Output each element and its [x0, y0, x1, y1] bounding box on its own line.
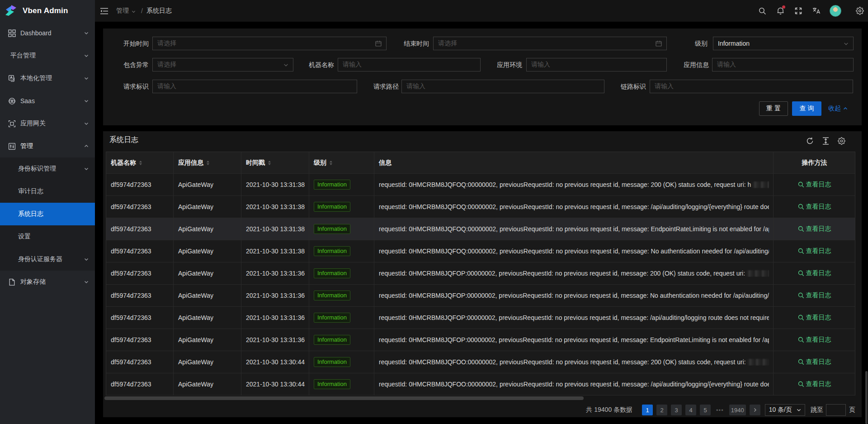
page-button-4[interactable]: 4: [685, 405, 696, 415]
table-row[interactable]: df5974d72363 ApiGateWay 2021-10-30 13:30…: [106, 373, 855, 395]
gateway-icon: [8, 120, 16, 128]
refresh-icon[interactable]: [806, 137, 814, 145]
view-log-link[interactable]: 查看日志: [774, 240, 855, 262]
log-table: 机器名称 应用信息 时间戳 级别 信息 操作方法 df5974d72363 Ap…: [106, 152, 855, 395]
placeholder-text: 请选择: [438, 39, 457, 48]
reset-button[interactable]: 重 置: [759, 101, 788, 116]
page-ellipsis[interactable]: •••: [714, 405, 726, 415]
notification-bell-icon[interactable]: [771, 0, 789, 22]
cell-level: Information: [309, 329, 374, 351]
collapse-link[interactable]: 收起: [828, 101, 848, 116]
table-panel: 系统日志 机器名称 应用信息 时间戳 级别 信息 操作方法 df5974d723…: [103, 131, 862, 417]
sort-icon[interactable]: [330, 161, 332, 165]
cell-message: requestId: 0HMCRBM8JQFOP:00000002, previ…: [374, 262, 774, 284]
breadcrumb-parent[interactable]: 管理: [116, 7, 129, 15]
trace-id-input[interactable]: 请输入: [650, 80, 853, 93]
table-row[interactable]: df5974d72363 ApiGateWay 2021-10-30 13:31…: [106, 262, 855, 285]
table-row[interactable]: df5974d72363 ApiGateWay 2021-10-30 13:31…: [106, 218, 855, 240]
cell-message: requestId: 0HMCRBM8JQFOQ:00000002, previ…: [374, 240, 774, 262]
sidebar-item-label: 对象存储: [20, 278, 46, 286]
cell-machine: df5974d72363: [106, 329, 174, 351]
view-log-link[interactable]: 查看日志: [774, 285, 855, 306]
table-row[interactable]: df5974d72363 ApiGateWay 2021-10-30 13:31…: [106, 285, 855, 307]
page-button-3[interactable]: 3: [671, 405, 682, 415]
sidebar-item-audit-log[interactable]: 审计日志: [0, 180, 95, 203]
sidebar-item-localization[interactable]: 本地化管理: [0, 67, 95, 90]
table-settings-gear-icon[interactable]: [838, 137, 845, 145]
horizontal-scrollbar[interactable]: [104, 396, 584, 400]
sidebar-item-settings[interactable]: 设置: [0, 225, 95, 248]
table-row[interactable]: df5974d72363 ApiGateWay 2021-10-30 13:31…: [106, 196, 855, 218]
chevron-down-icon: [84, 121, 89, 126]
vertical-scrollbar[interactable]: [865, 371, 868, 424]
page-button-1[interactable]: 1: [642, 405, 653, 415]
cell-message: requestId: 0HMCRBM8JQFOQ:00000002, previ…: [374, 196, 774, 218]
search-button[interactable]: 查 询: [792, 101, 821, 116]
col-header-message: 信息: [374, 152, 774, 173]
view-log-link[interactable]: 查看日志: [774, 307, 855, 329]
settings-gear-icon[interactable]: [852, 0, 868, 22]
app-info-input[interactable]: 请输入: [712, 58, 854, 71]
table-toolbar: [806, 137, 845, 145]
start-time-input[interactable]: 请选择: [152, 37, 387, 50]
calendar-icon: [656, 40, 662, 47]
sidebar-item-object-storage[interactable]: 对象存储: [0, 271, 95, 293]
level-badge: Information: [314, 268, 350, 278]
view-log-link[interactable]: 查看日志: [774, 174, 855, 195]
vben-logo-icon: [4, 4, 18, 18]
placeholder-text: 请选择: [157, 39, 176, 48]
cell-app: ApiGateWay: [174, 307, 241, 329]
language-icon[interactable]: [807, 0, 826, 22]
jump-page-input[interactable]: [826, 404, 846, 416]
sort-icon[interactable]: [268, 161, 271, 165]
user-avatar[interactable]: [826, 0, 845, 22]
request-path-input[interactable]: 请输入: [401, 80, 604, 93]
app-env-input[interactable]: 请输入: [526, 58, 667, 71]
sidebar-item-saas[interactable]: Saas: [0, 90, 95, 112]
table-row[interactable]: df5974d72363 ApiGateWay 2021-10-30 13:30…: [106, 351, 855, 373]
end-time-input[interactable]: 请选择: [433, 37, 667, 50]
cell-app: ApiGateWay: [174, 351, 241, 373]
sidebar-item-system-log[interactable]: 系统日志: [0, 203, 95, 225]
col-header-level[interactable]: 级别: [309, 152, 374, 173]
page-button-last[interactable]: 1940: [729, 405, 746, 415]
page-button-2[interactable]: 2: [656, 405, 667, 415]
search-icon[interactable]: [753, 0, 771, 22]
machine-name-input[interactable]: 请输入: [338, 58, 481, 71]
level-select[interactable]: Information: [713, 37, 854, 50]
menu-fold-icon[interactable]: [100, 8, 108, 14]
settings-box-icon: [8, 143, 16, 150]
table-row[interactable]: df5974d72363 ApiGateWay 2021-10-30 13:31…: [106, 174, 855, 196]
sort-icon[interactable]: [139, 161, 142, 165]
page-size-select[interactable]: 10 条/页: [765, 404, 805, 416]
col-header-timestamp[interactable]: 时间戳: [241, 152, 309, 173]
sidebar-item-dashboard[interactable]: Dashboard: [0, 22, 95, 44]
logo[interactable]: Vben Admin: [0, 0, 95, 22]
view-log-link[interactable]: 查看日志: [774, 329, 855, 351]
sidebar-item-platform[interactable]: 平台管理: [0, 44, 95, 67]
field-label-end-time: 结束时间: [395, 37, 429, 50]
sidebar-item-gateway[interactable]: 应用网关: [0, 112, 95, 135]
cell-timestamp: 2021-10-30 13:31:36: [241, 307, 309, 329]
sidebar-item-auth-server[interactable]: 身份认证服务器: [0, 248, 95, 271]
next-page-button[interactable]: [750, 405, 760, 415]
view-log-link[interactable]: 查看日志: [774, 196, 855, 218]
sidebar-item-identity-mgmt[interactable]: 身份标识管理: [0, 157, 95, 180]
fullscreen-icon[interactable]: [789, 0, 807, 22]
view-log-link[interactable]: 查看日志: [774, 373, 855, 395]
has-exception-select[interactable]: 请选择: [152, 58, 293, 71]
field-label-request-path: 请求路径: [372, 80, 399, 93]
view-log-link[interactable]: 查看日志: [774, 218, 855, 240]
sidebar-item-admin[interactable]: 管理: [0, 135, 95, 157]
table-row[interactable]: df5974d72363 ApiGateWay 2021-10-30 13:31…: [106, 329, 855, 351]
column-height-icon[interactable]: [822, 137, 830, 145]
table-row[interactable]: df5974d72363 ApiGateWay 2021-10-30 13:31…: [106, 240, 855, 262]
sort-icon[interactable]: [207, 161, 209, 165]
page-button-5[interactable]: 5: [700, 405, 711, 415]
table-row[interactable]: df5974d72363 ApiGateWay 2021-10-30 13:31…: [106, 307, 855, 329]
col-header-machine[interactable]: 机器名称: [106, 152, 174, 173]
col-header-app[interactable]: 应用信息: [174, 152, 241, 173]
view-log-link[interactable]: 查看日志: [774, 351, 855, 373]
view-log-link[interactable]: 查看日志: [774, 262, 855, 284]
request-id-input[interactable]: 请输入: [152, 80, 357, 93]
